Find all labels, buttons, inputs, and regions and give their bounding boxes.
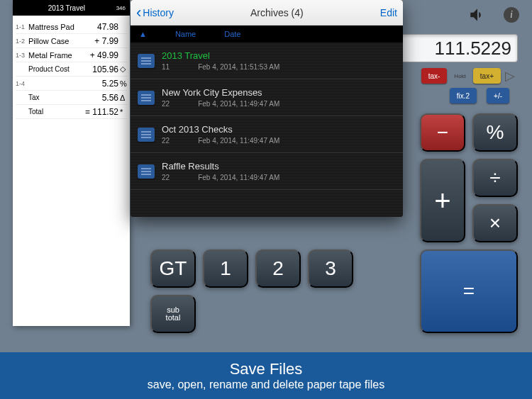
col-date[interactable]: Date	[224, 30, 240, 38]
minus-key[interactable]: −	[420, 113, 465, 152]
sort-icon[interactable]: ▲	[139, 30, 147, 38]
archive-date: Feb 4, 2014, 11:51:53 AM	[198, 63, 279, 71]
tape-row: 1-1 Mattress Pad 47.98	[16, 20, 127, 34]
gt-key[interactable]: GT	[150, 249, 196, 288]
sound-icon[interactable]	[468, 6, 487, 24]
hold-label: Hold	[451, 68, 468, 84]
banner-subtitle: save, open, rename and delete paper tape…	[148, 378, 384, 391]
archive-row[interactable]: 2013 Travel 11 Feb 4, 2014, 11:51:53 AM	[131, 43, 403, 79]
function-row-1: tax- Hold tax+ ▷	[421, 68, 518, 84]
archive-row[interactable]: Raffle Results 22 Feb 4, 2014, 11:49:47 …	[131, 153, 403, 190]
chevron-right-icon[interactable]: ▷	[505, 68, 518, 84]
fix2-button[interactable]: fix.2	[450, 88, 477, 103]
archive-row[interactable]: New York City Expenses 22 Feb 4, 2014, 1…	[131, 79, 403, 116]
function-row-2: fix.2 +/-	[450, 88, 509, 103]
paper-tape: 2013 Travel 346 1-1 Mattress Pad 47.98 1…	[13, 0, 130, 326]
archive-icon	[138, 91, 155, 105]
archive-name: New York City Expenses	[162, 87, 396, 98]
plus-key[interactable]: +	[420, 159, 465, 242]
plus-minus-button[interactable]: +/-	[487, 88, 509, 103]
archive-count: 22	[162, 174, 170, 181]
modal-column-header: ▲ Name Date	[131, 26, 403, 43]
modal-nav: History Archives (4) Edit	[131, 0, 403, 26]
edit-button[interactable]: Edit	[380, 7, 397, 18]
tape-row: 1-4 5.25 %	[16, 77, 127, 91]
archive-count: 22	[162, 100, 170, 108]
equals-key[interactable]: =	[420, 249, 518, 333]
tape-row: Tax 5.56 Δ	[16, 91, 127, 105]
archive-icon	[138, 164, 155, 179]
times-key[interactable]: ×	[472, 204, 518, 242]
key-2[interactable]: 2	[255, 249, 301, 288]
archive-date: Feb 4, 2014, 11:49:47 AM	[198, 174, 279, 181]
archive-list[interactable]: 2013 Travel 11 Feb 4, 2014, 11:51:53 AM …	[131, 43, 403, 217]
archives-modal: History Archives (4) Edit ▲ Name Date 20…	[131, 0, 403, 217]
archive-name: Raffle Results	[162, 161, 396, 172]
col-name[interactable]: Name	[175, 30, 196, 38]
tape-title: 2013 Travel	[17, 4, 116, 12]
divide-key[interactable]: ÷	[472, 159, 518, 197]
tape-row: 1-3 Metal Frame + 49.99	[16, 48, 127, 62]
archive-name: 2013 Travel	[162, 50, 396, 61]
modal-title: Archives (4)	[250, 7, 304, 18]
tax-minus-button[interactable]: tax-	[421, 68, 448, 84]
archive-icon	[138, 54, 155, 68]
calculator-display: 111.5229	[390, 34, 518, 62]
back-button[interactable]: History	[136, 4, 174, 22]
archive-name: Oct 2013 Checks	[162, 124, 396, 135]
tape-row: Total = 111.52 *	[16, 105, 127, 119]
tape-count: 346	[116, 5, 126, 11]
tape-header: 2013 Travel 346	[13, 0, 130, 16]
archive-row[interactable]: Oct 2013 Checks 22 Feb 4, 2014, 11:49:47…	[131, 116, 403, 153]
top-icons: i	[468, 6, 519, 24]
info-icon[interactable]: i	[504, 7, 519, 23]
archive-date: Feb 4, 2014, 11:49:47 AM	[198, 137, 279, 145]
archive-count: 11	[162, 63, 170, 71]
banner-title: Save Files	[230, 360, 303, 378]
tape-row: 1-2 Pillow Case + 7.99	[16, 34, 127, 48]
promo-banner: Save Files save, open, rename and delete…	[0, 352, 532, 399]
tax-plus-button[interactable]: tax+	[473, 68, 501, 84]
archive-date: Feb 4, 2014, 11:49:47 AM	[198, 100, 279, 108]
archive-count: 22	[162, 137, 170, 145]
tape-row: Product Cost 105.96 ◇	[16, 62, 127, 77]
archive-icon	[138, 128, 155, 142]
subtotal-key[interactable]: sub total	[150, 295, 196, 333]
key-3[interactable]: 3	[308, 249, 353, 288]
key-1[interactable]: 1	[203, 249, 248, 288]
percent-key[interactable]: %	[472, 113, 518, 152]
tape-rows: 1-1 Mattress Pad 47.98 1-2 Pillow Case +…	[13, 16, 130, 123]
